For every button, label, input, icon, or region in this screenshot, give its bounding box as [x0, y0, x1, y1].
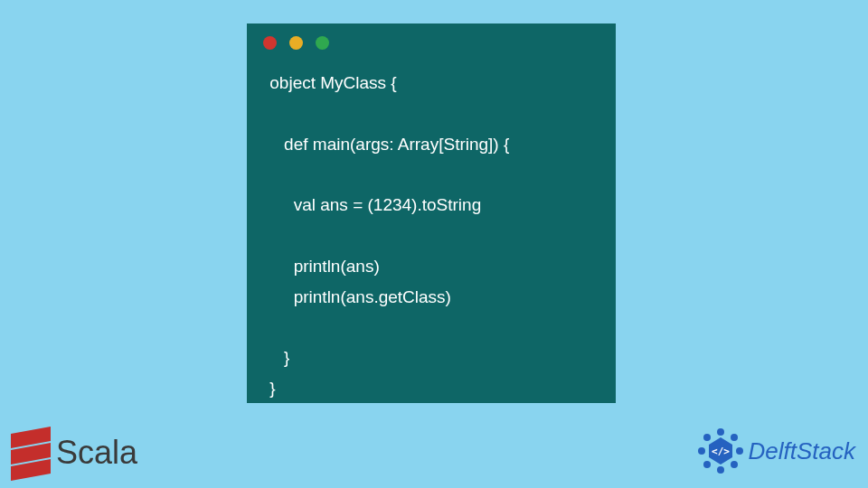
svg-point-6 [698, 447, 705, 455]
svg-point-2 [736, 447, 743, 455]
scala-label: Scala [56, 434, 137, 472]
svg-point-5 [703, 461, 711, 468]
svg-point-7 [703, 434, 711, 441]
code-line: } [265, 348, 289, 367]
delftstack-label: DelftStack [749, 437, 856, 465]
code-line: println(ans) [265, 257, 380, 276]
code-body: object MyClass { def main(args: Array[St… [247, 57, 616, 422]
window-controls [247, 23, 616, 57]
svg-point-4 [717, 466, 724, 474]
code-line: object MyClass { [265, 73, 397, 92]
scala-logo: Scala [11, 427, 137, 479]
code-line: def main(args: Array[String]) { [265, 135, 509, 154]
svg-point-0 [717, 428, 724, 436]
code-window: object MyClass { def main(args: Array[St… [247, 23, 616, 403]
code-line: val ans = (1234).toString [265, 195, 481, 214]
svg-point-3 [731, 461, 738, 468]
zoom-icon[interactable] [316, 36, 329, 50]
code-line: } [265, 379, 276, 398]
delftstack-logo: </> DelftStack [696, 427, 856, 475]
code-line: println(ans.getClass) [265, 287, 451, 306]
minimize-icon[interactable] [289, 36, 303, 50]
scala-icon [11, 427, 51, 479]
delftstack-icon: </> [696, 427, 745, 475]
close-icon[interactable] [263, 36, 277, 50]
svg-point-1 [731, 434, 738, 441]
svg-text:</>: </> [712, 446, 730, 457]
